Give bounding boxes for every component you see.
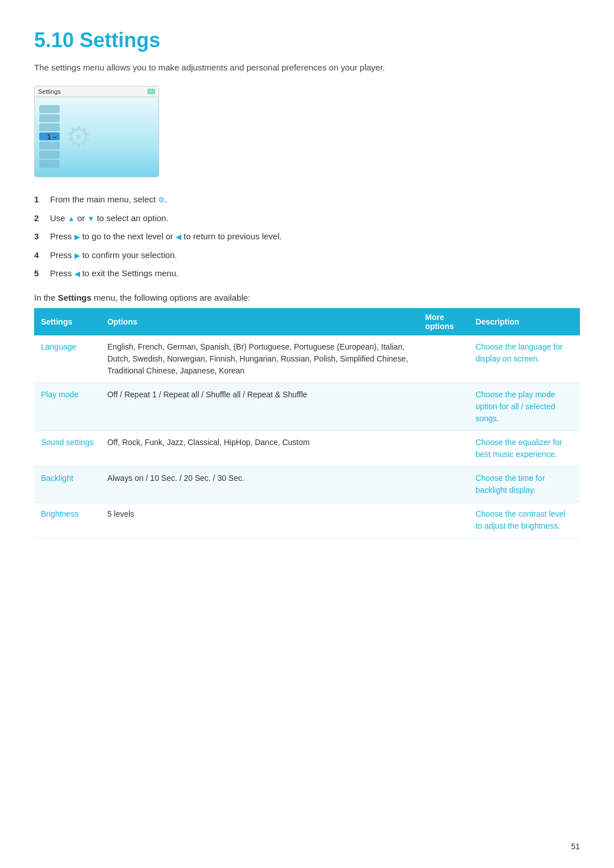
setting-name: Play mode [34,383,101,430]
left-arrow-icon-2: ◀ [74,269,80,278]
settings-table: Settings Options More options Descriptio… [34,308,580,538]
col-header-description: Description [468,308,580,335]
setting-more-options [418,335,469,383]
device-title-label: Settings [38,88,61,95]
step-label: 1 – [47,133,57,141]
up-arrow-icon: ▲ [68,214,75,223]
table-row: Backlight Always on / 10 Sec. / 20 Sec. … [34,466,580,502]
step-1: 1 From the main menu, select ⚙. [34,193,580,206]
setting-more-options [418,466,469,502]
setting-description: Choose the contrast level to adjust the … [468,502,580,538]
steps-list: 1 From the main menu, select ⚙. 2 Use ▲ … [34,193,580,280]
setting-description: Choose the time for backlight display. [468,466,580,502]
setting-name: Brightness [34,502,101,538]
table-intro-text: In the Settings menu, the following opti… [34,293,580,302]
setting-options: Off, Rock, Funk, Jazz, Classical, HipHop… [101,430,418,466]
device-screenshot: Settings 1 – ⚙ [34,86,159,177]
right-arrow-icon: ▶ [74,232,80,241]
setting-more-options [418,383,469,430]
setting-description: Choose the play mode option for all / se… [468,383,580,430]
table-header-row: Settings Options More options Descriptio… [34,308,580,335]
down-arrow-icon: ▼ [87,214,94,223]
table-row: Play mode Off / Repeat 1 / Repeat all / … [34,383,580,430]
setting-name: Language [34,335,101,383]
col-header-settings: Settings [34,308,101,335]
step-2: 2 Use ▲ or ▼ to select an option. [34,212,580,225]
page-title: 5.10 Settings [34,28,580,52]
table-row: Language English, French, German, Spanis… [34,335,580,383]
col-header-options: Options [101,308,418,335]
setting-options: Off / Repeat 1 / Repeat all / Shuffle al… [101,383,418,430]
setting-options: Always on / 10 Sec. / 20 Sec. / 30 Sec. [101,466,418,502]
setting-options: 5 levels [101,502,418,538]
setting-description: Choose the language for display on scree… [468,335,580,383]
setting-name: Sound settings [34,430,101,466]
step-4: 4 Press ▶ to confirm your selection. [34,249,580,262]
left-arrow-icon: ◀ [176,232,181,241]
right-arrow-icon-2: ▶ [74,251,80,260]
step-5: 5 Press ◀ to exit the Settings menu. [34,267,580,280]
intro-paragraph: The settings menu allows you to make adj… [34,63,580,72]
page-number: 51 [571,842,580,851]
battery-icon [147,89,155,94]
table-row: Brightness 5 levels Choose the contrast … [34,502,580,538]
gear-icon: ⚙ [65,122,92,152]
setting-options: English, French, German, Spanish, (Br) P… [101,335,418,383]
setting-more-options [418,430,469,466]
setting-name: Backlight [34,466,101,502]
table-intro-bold: Settings [58,293,92,302]
table-row: Sound settings Off, Rock, Funk, Jazz, Cl… [34,430,580,466]
col-header-more-options: More options [418,308,469,335]
setting-more-options [418,502,469,538]
step-3: 3 Press ▶ to go to the next level or ◀ t… [34,230,580,243]
gear-icon: ⚙ [158,196,165,204]
setting-description: Choose the equalizer for best music expe… [468,430,580,466]
